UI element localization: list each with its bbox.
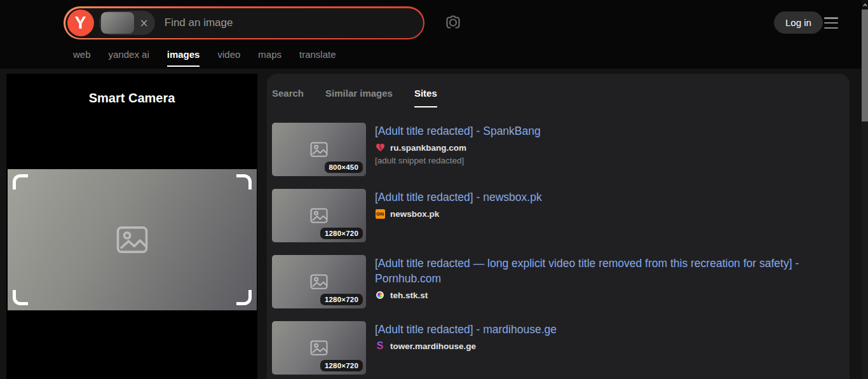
tab-sites[interactable]: Sites (414, 88, 437, 107)
broken-heart-icon (375, 142, 385, 153)
result-thumbnail-redacted[interactable]: 800×450 (272, 123, 366, 176)
gn-logo-icon: GN (375, 209, 385, 219)
nav-tab-web[interactable]: web (73, 49, 91, 67)
header: Y × Log in web yandex ai images video ma… (0, 0, 862, 69)
query-image-preview-redacted[interactable] (8, 169, 257, 310)
results-card: Search Similar images Sites 800×450 [Adu… (267, 74, 850, 379)
result-text: [Adult title redacted] - SpankBang ru.sp… (375, 123, 541, 176)
query-thumbnail-redacted (101, 12, 134, 34)
result-title-link[interactable]: [Adult title redacted — long explicit vi… (375, 256, 837, 286)
size-badge: 1280×720 (320, 294, 363, 305)
results-tabs: Search Similar images Sites (272, 88, 837, 107)
smart-camera-title: Smart Camera (6, 91, 257, 106)
result-item: 1280×720 [Adult title redacted — long ex… (272, 255, 837, 308)
nav-tab-translate[interactable]: translate (299, 49, 336, 67)
search-input[interactable] (163, 16, 423, 30)
domain-row: GN newsbox.pk (375, 209, 542, 219)
clear-query-icon[interactable]: × (140, 18, 149, 29)
nav-tab-video[interactable]: video (217, 49, 240, 67)
login-button[interactable]: Log in (774, 11, 823, 34)
search-bar: Y × (64, 6, 424, 39)
color-wheel-icon (375, 290, 385, 300)
tab-search[interactable]: Search (272, 88, 304, 107)
result-domain[interactable]: tower.mardihouse.ge (390, 341, 476, 351)
result-item: 1280×720 [Adult title redacted] - newsbo… (272, 189, 837, 242)
result-domain[interactable]: teh.stk.st (390, 291, 428, 300)
nav-tab-yandex-ai[interactable]: yandex ai (109, 49, 149, 67)
results-list: 800×450 [Adult title redacted] - SpankBa… (272, 123, 837, 375)
result-title-link[interactable]: [Adult title redacted] - newsbox.pk (375, 190, 542, 205)
nav-tabs: web yandex ai images video maps translat… (73, 49, 336, 67)
domain-row: teh.stk.st (375, 290, 837, 300)
size-badge: 1280×720 (320, 360, 363, 371)
nav-tab-images[interactable]: images (167, 49, 200, 67)
menu-icon[interactable] (824, 17, 838, 29)
result-item: 1280×720 [Adult title redacted] - mardih… (272, 321, 837, 375)
result-title-link[interactable]: [Adult title redacted] - mardihouse.ge (375, 322, 557, 337)
crop-handle-bottom-left[interactable] (13, 290, 28, 305)
result-thumbnail-redacted[interactable]: 1280×720 (272, 189, 366, 242)
result-domain[interactable]: newsbox.pk (390, 209, 439, 219)
scrollbar-thumb[interactable] (862, 10, 868, 121)
result-snippet: [adult snippet redacted] (375, 156, 541, 165)
size-badge: 1280×720 (320, 228, 363, 239)
search-bar-inner: Y × (65, 8, 423, 38)
result-thumbnail-redacted[interactable]: 1280×720 (272, 321, 366, 375)
domain-row: ru.spankbang.com (375, 142, 541, 153)
tab-similar-images[interactable]: Similar images (325, 88, 393, 107)
result-domain[interactable]: ru.spankbang.com (390, 143, 466, 153)
query-image-chip[interactable]: × (99, 11, 155, 35)
size-badge: 800×450 (325, 162, 363, 173)
domain-row: S tower.mardihouse.ge (375, 341, 557, 351)
result-thumbnail-redacted[interactable]: 1280×720 (272, 255, 366, 308)
camera-icon[interactable] (442, 12, 464, 34)
result-title-link[interactable]: [Adult title redacted] - SpankBang (375, 123, 541, 139)
yandex-logo[interactable]: Y (67, 10, 94, 36)
s-logo-icon: S (375, 341, 385, 351)
crop-handle-top-left[interactable] (13, 174, 28, 190)
result-item: 800×450 [Adult title redacted] - SpankBa… (272, 123, 837, 176)
result-text: [Adult title redacted — long explicit vi… (375, 255, 837, 308)
scrollbar[interactable] (862, 0, 868, 379)
crop-handle-bottom-right[interactable] (236, 290, 252, 305)
nav-tab-maps[interactable]: maps (258, 49, 281, 67)
result-text: [Adult title redacted] - newsbox.pk GN n… (375, 189, 542, 242)
result-text: [Adult title redacted] - mardihouse.ge S… (375, 321, 557, 375)
crop-handle-top-right[interactable] (236, 174, 252, 190)
scroll-up-icon[interactable] (862, 0, 868, 9)
smart-camera-panel: Smart Camera (6, 74, 257, 379)
